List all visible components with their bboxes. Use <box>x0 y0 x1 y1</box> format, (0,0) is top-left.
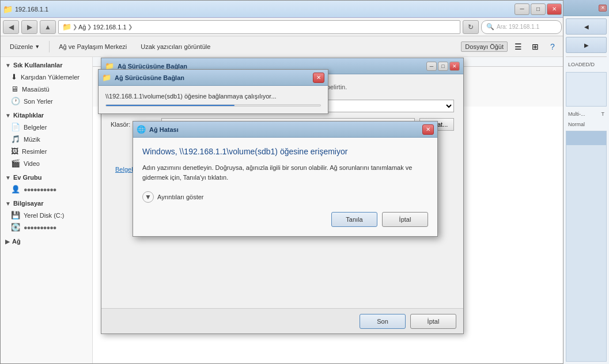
connecting-text: \\192.168.1.1\volume(sdb1) öğesine bağla… <box>105 93 321 100</box>
dialog-error-title-left: 🌐 Ağ Hatası <box>137 125 179 134</box>
details-label: Ayrıntıları göster <box>157 194 204 200</box>
dialog-error-body: Windows, \\192.168.1.1\volume(sdb1) öğes… <box>133 138 437 236</box>
dialog-error-title-bar: 🌐 Ağ Hatası ✕ <box>133 122 437 138</box>
main-iptal-button[interactable]: İptal <box>410 314 456 329</box>
dialog-connect-body: \\192.168.1.1\volume(sdb1) öğesine bağla… <box>99 86 328 113</box>
dialog-connect-folder-icon: 📁 <box>102 73 111 82</box>
main-dialog-bottom: Son İptal <box>101 308 463 333</box>
error-iptal-button[interactable]: İptal <box>382 212 428 227</box>
error-buttons: Tanıla İptal <box>142 212 428 227</box>
error-details-row: ▼ Ayrıntıları göster <box>142 191 428 203</box>
progress-fill <box>106 105 234 106</box>
dialog-main-title-buttons: ─ □ ✕ <box>426 62 460 71</box>
dialog-connect-title-left: 📁 Ağ Sürücüsüne Bağlan <box>102 73 184 82</box>
dialog-main-title-text: Ağ Sürücüsüne Bağlan <box>118 63 187 70</box>
dialog-main-minimize[interactable]: ─ <box>426 62 437 71</box>
tanila-button[interactable]: Tanıla <box>331 212 377 227</box>
error-title: Windows, \\192.168.1.1\volume(sdb1) öğes… <box>142 147 428 156</box>
error-message: Adın yazımını denetleyin. Doğruysa, ağın… <box>142 163 428 182</box>
dialog-main-maximize[interactable]: □ <box>438 62 448 71</box>
details-expand-icon[interactable]: ▼ <box>142 191 154 203</box>
dialog-error: 🌐 Ağ Hatası ✕ Windows, \\192.168.1.1\vol… <box>133 121 438 237</box>
dialog-error-title-text: Ağ Hatası <box>149 126 179 133</box>
son-button[interactable]: Son <box>360 314 406 329</box>
dialog-connect-close[interactable]: ✕ <box>313 73 324 83</box>
dialog-connect-progress: 📁 Ağ Sürücüsüne Bağlan ✕ \\192.168.1.1\v… <box>98 69 328 114</box>
modal-overlay: 📁 Ağ Sürücüsüne Bağlan ─ □ ✕ Ağ sürücüsü… <box>0 0 609 364</box>
dialog-error-network-icon: 🌐 <box>137 125 146 134</box>
dialog-error-close[interactable]: ✕ <box>422 124 434 135</box>
dialog-main-close[interactable]: ✕ <box>449 62 460 71</box>
progress-bar <box>105 104 321 107</box>
dialog-connect-title-text: Ağ Sürücüsüne Bağlan <box>115 74 184 81</box>
dialog-connect-title-bar: 📁 Ağ Sürücüsüne Bağlan ✕ <box>99 70 328 86</box>
